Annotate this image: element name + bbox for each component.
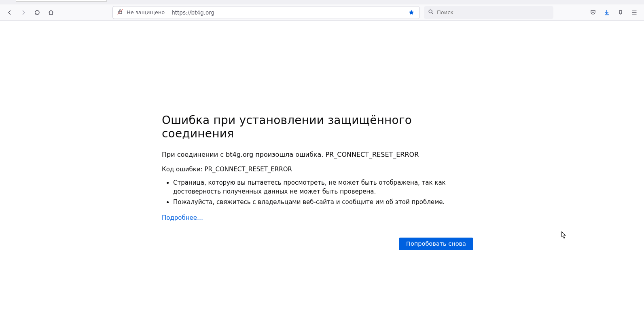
- puzzle-icon: [617, 9, 624, 16]
- lock-warning-icon: [117, 8, 123, 17]
- search-input[interactable]: [437, 9, 549, 15]
- error-title: Ошибка при установлении защищённого соед…: [162, 114, 473, 140]
- mouse-cursor-icon: [561, 231, 567, 239]
- urlbar-separator: [168, 8, 168, 17]
- retry-row: Попробовать снова: [162, 238, 473, 250]
- error-code-line: Код ошибки: PR_CONNECT_RESET_ERROR: [162, 166, 473, 173]
- extensions-button[interactable]: [614, 6, 627, 19]
- pocket-icon: [590, 9, 596, 16]
- reload-button[interactable]: [31, 6, 44, 19]
- browser-toolbar: Не защищено https://bt4g.org: [0, 4, 644, 21]
- error-bullet-list: Страница, которую вы пытаетесь просмотре…: [173, 179, 473, 206]
- reload-icon: [34, 9, 40, 16]
- learn-more-link[interactable]: Подробнее…: [162, 214, 203, 221]
- svg-point-1: [429, 10, 432, 13]
- star-filled-icon: [408, 9, 415, 16]
- error-bullet: Страница, которую вы пытаетесь просмотре…: [173, 179, 473, 196]
- pocket-button[interactable]: [587, 6, 600, 19]
- url-bar[interactable]: Не защищено https://bt4g.org: [112, 6, 420, 19]
- page-content: Ошибка при установлении защищённого соед…: [0, 21, 644, 318]
- back-button[interactable]: [3, 6, 16, 19]
- nav-button-group: [3, 6, 57, 19]
- error-description: При соединении с bt4g.org произошла ошиб…: [162, 151, 473, 158]
- not-secure-label: Не защищено: [127, 9, 165, 15]
- error-bullet: Пожалуйста, свяжитесь с владельцами веб-…: [173, 198, 473, 207]
- app-menu-button[interactable]: [628, 6, 641, 19]
- forward-button[interactable]: [17, 6, 30, 19]
- home-button[interactable]: [44, 6, 57, 19]
- search-icon: [428, 8, 434, 16]
- retry-button[interactable]: Попробовать снова: [399, 238, 473, 250]
- error-container: Ошибка при установлении защищённого соед…: [162, 114, 473, 250]
- hamburger-icon: [631, 9, 638, 16]
- tab-stub[interactable]: [16, 0, 107, 2]
- toolbar-right-icons: [587, 6, 641, 19]
- url-text[interactable]: https://bt4g.org: [172, 9, 402, 16]
- home-icon: [48, 9, 54, 16]
- search-bar[interactable]: [424, 6, 553, 19]
- bookmark-star-button[interactable]: [406, 7, 417, 18]
- download-icon: [604, 9, 610, 16]
- arrow-right-icon: [20, 9, 27, 16]
- downloads-button[interactable]: [600, 6, 613, 19]
- arrow-left-icon: [6, 9, 13, 16]
